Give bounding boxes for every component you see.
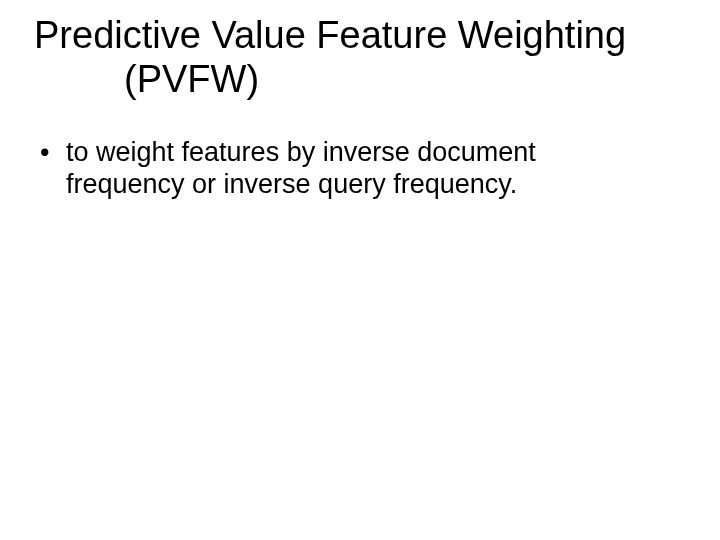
slide: Predictive Value Feature Weighting (PVFW… [0,0,720,540]
bullet-text: to weight features by inverse document f… [66,137,536,199]
bullet-list: to weight features by inverse document f… [38,136,658,201]
title-line-2: (PVFW) [34,58,674,102]
slide-title: Predictive Value Feature Weighting (PVFW… [34,14,674,101]
list-item: to weight features by inverse document f… [38,136,658,201]
title-line-1: Predictive Value Feature Weighting [34,14,674,58]
slide-body: to weight features by inverse document f… [38,136,658,201]
